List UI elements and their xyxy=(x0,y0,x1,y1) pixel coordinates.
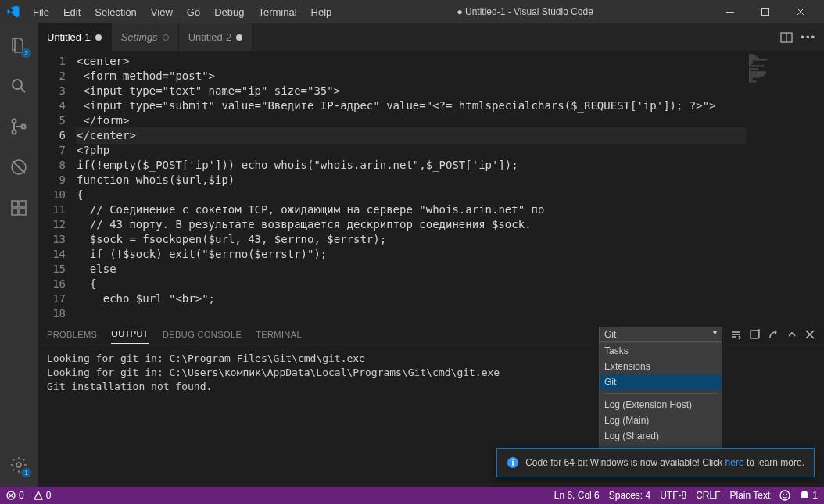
collapse-panel-icon[interactable] xyxy=(786,329,797,340)
svg-point-18 xyxy=(783,494,785,495)
tab-untitled-1[interactable]: Untitled-1 xyxy=(38,23,112,51)
menu-go[interactable]: Go xyxy=(181,3,206,21)
explorer-icon[interactable]: 2 xyxy=(0,30,38,61)
svg-point-5 xyxy=(22,125,26,129)
dropdown-item[interactable]: Extensions xyxy=(600,359,722,374)
notification-text: Code for 64-bit Windows is now available… xyxy=(525,457,804,468)
menu-terminal[interactable]: Terminal xyxy=(252,3,303,21)
status-feedback-icon[interactable] xyxy=(779,490,790,501)
status-bar: 0 0 Ln 6, Col 6 Spaces: 4 UTF-8 CRLF Pla… xyxy=(0,487,824,504)
more-actions-icon[interactable]: ••• xyxy=(801,31,816,43)
status-language[interactable]: Plain Text xyxy=(730,490,771,501)
svg-rect-10 xyxy=(20,201,26,207)
svg-rect-7 xyxy=(12,201,18,207)
menu-debug[interactable]: Debug xyxy=(208,3,250,21)
editor-tabs: Untitled-1 Settings Untitled-2 ••• xyxy=(38,23,824,51)
window-controls xyxy=(712,0,818,23)
tab-settings[interactable]: Settings xyxy=(112,23,179,51)
info-icon: i xyxy=(507,456,519,469)
explorer-badge: 2 xyxy=(21,48,31,58)
vscode-logo-icon xyxy=(6,5,20,19)
minimize-button[interactable] xyxy=(712,0,747,23)
dropdown-item[interactable]: Log (Shared) xyxy=(600,428,722,444)
status-warnings[interactable]: 0 xyxy=(34,490,52,501)
svg-point-2 xyxy=(13,80,22,89)
settings-badge: 1 xyxy=(21,468,31,477)
svg-rect-0 xyxy=(726,12,734,13)
tab-label: Settings xyxy=(121,31,158,43)
notification-link[interactable]: here xyxy=(725,457,744,468)
panel-tab-debug-console[interactable]: DEBUG CONSOLE xyxy=(163,325,242,344)
title-bar: File Edit Selection View Go Debug Termin… xyxy=(0,0,824,23)
notification-toast[interactable]: i Code for 64-bit Windows is now availab… xyxy=(496,448,815,477)
dirty-indicator-icon xyxy=(236,34,242,41)
panel-tab-problems[interactable]: PROBLEMS xyxy=(47,325,97,344)
open-log-icon[interactable] xyxy=(730,329,741,340)
menu-edit[interactable]: Edit xyxy=(57,3,87,21)
svg-rect-8 xyxy=(12,209,18,215)
tab-label: Untitled-1 xyxy=(47,31,91,43)
window-title: ● Untitled-1 - Visual Studio Code xyxy=(338,6,712,17)
output-channel-dropdown[interactable]: Git xyxy=(599,327,722,342)
status-errors[interactable]: 0 xyxy=(6,490,24,501)
svg-point-3 xyxy=(13,120,16,123)
svg-point-19 xyxy=(786,494,788,495)
source-control-icon[interactable] xyxy=(0,111,38,142)
editor-body[interactable]: 123456789101112131415161718 <center> <fo… xyxy=(38,51,824,323)
panel-tab-output[interactable]: OUTPUT xyxy=(111,324,149,344)
editor-region: Untitled-1 Settings Untitled-2 ••• 12345… xyxy=(38,23,824,487)
panel-tabs: PROBLEMS OUTPUT DEBUG CONSOLE TERMINAL G… xyxy=(38,323,824,345)
dirty-indicator-icon xyxy=(95,34,102,41)
dropdown-item[interactable]: Log (Extension Host) xyxy=(600,397,722,413)
clear-output-icon[interactable] xyxy=(749,329,760,340)
status-eol[interactable]: CRLF xyxy=(696,490,720,501)
dirty-indicator-icon xyxy=(163,34,169,41)
dropdown-list: TasksExtensionsGitLog (Extension Host)Lo… xyxy=(599,342,722,460)
tab-untitled-2[interactable]: Untitled-2 xyxy=(179,23,253,51)
dropdown-item[interactable]: Git xyxy=(600,374,722,390)
menu-selection[interactable]: Selection xyxy=(88,3,142,21)
svg-rect-1 xyxy=(761,9,768,16)
svg-text:i: i xyxy=(512,458,514,467)
dropdown-item[interactable]: Tasks xyxy=(600,343,722,359)
debug-icon[interactable] xyxy=(0,152,38,183)
status-spaces[interactable]: Spaces: 4 xyxy=(609,490,650,501)
minimap[interactable]: ████████████████████████████████████████… xyxy=(746,51,824,323)
svg-rect-9 xyxy=(20,209,26,215)
main-menu: File Edit Selection View Go Debug Termin… xyxy=(27,3,338,21)
line-numbers: 123456789101112131415161718 xyxy=(38,51,77,323)
status-notifications-icon[interactable]: 1 xyxy=(800,490,818,501)
main-region: 2 1 Untitled-1 Settings xyxy=(0,23,824,487)
status-ln-col[interactable]: Ln 6, Col 6 xyxy=(554,490,600,501)
svg-rect-13 xyxy=(751,331,758,338)
maximize-button[interactable] xyxy=(747,0,783,23)
lock-scroll-icon[interactable] xyxy=(768,329,779,340)
editor-actions: ••• xyxy=(772,23,824,51)
close-panel-icon[interactable] xyxy=(805,330,815,339)
menu-file[interactable]: File xyxy=(27,3,56,21)
svg-point-11 xyxy=(16,463,21,467)
svg-point-4 xyxy=(13,130,16,134)
close-button[interactable] xyxy=(783,0,818,23)
code-area[interactable]: <center> <form method="post"> <input typ… xyxy=(77,51,746,323)
settings-gear-icon[interactable]: 1 xyxy=(0,449,38,481)
extensions-icon[interactable] xyxy=(0,192,38,223)
panel-actions: Git TasksExtensionsGitLog (Extension Hos… xyxy=(599,327,815,342)
tab-label: Untitled-2 xyxy=(188,31,232,43)
panel-tab-terminal[interactable]: TERMINAL xyxy=(256,325,302,344)
menu-help[interactable]: Help xyxy=(305,3,339,21)
split-editor-icon[interactable] xyxy=(780,32,793,43)
status-encoding[interactable]: UTF-8 xyxy=(660,490,686,501)
dropdown-item[interactable]: Log (Main) xyxy=(600,413,722,428)
svg-point-17 xyxy=(780,491,790,500)
activity-bar: 2 1 xyxy=(0,23,38,487)
search-icon[interactable] xyxy=(0,70,38,102)
menu-view[interactable]: View xyxy=(145,3,179,21)
